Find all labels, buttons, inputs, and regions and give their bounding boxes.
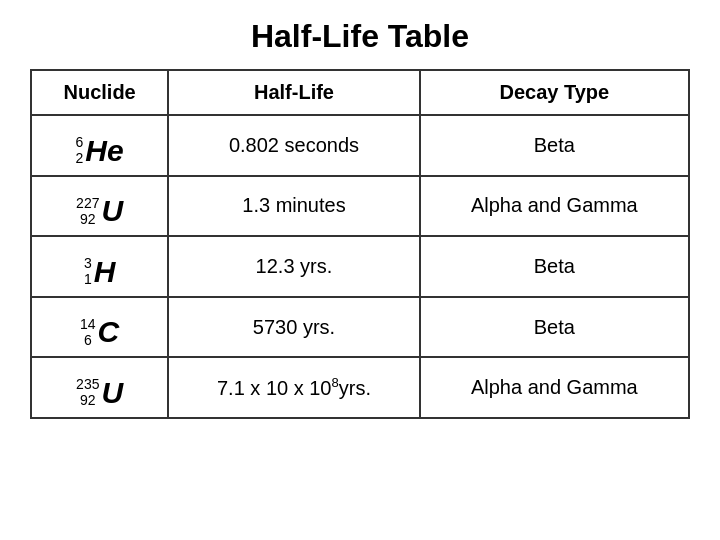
col-header-halflife: Half-Life [168, 70, 419, 115]
halflife-cell: 7.1 x 10 x 108yrs. [168, 357, 419, 418]
halflife-cell: 12.3 yrs. [168, 236, 419, 297]
nuclide-cell: 146C [31, 297, 168, 358]
decaytype-cell: Alpha and Gamma [420, 357, 689, 418]
table-row: 22792U1.3 minutesAlpha and Gamma [31, 176, 689, 237]
table-row: 62He0.802 secondsBeta [31, 115, 689, 176]
decaytype-cell: Alpha and Gamma [420, 176, 689, 237]
nuclide-cell: 31H [31, 236, 168, 297]
halflife-cell: 0.802 seconds [168, 115, 419, 176]
nuclide-cell: 62He [31, 115, 168, 176]
halflife-cell: 5730 yrs. [168, 297, 419, 358]
table-row: 146C5730 yrs.Beta [31, 297, 689, 358]
decaytype-cell: Beta [420, 115, 689, 176]
col-header-decaytype: Decay Type [420, 70, 689, 115]
nuclide-cell: 22792U [31, 176, 168, 237]
decaytype-cell: Beta [420, 236, 689, 297]
table-row: 31H12.3 yrs.Beta [31, 236, 689, 297]
halflife-cell: 1.3 minutes [168, 176, 419, 237]
half-life-table: Nuclide Half-Life Decay Type 62He0.802 s… [30, 69, 690, 419]
page-title: Half-Life Table [251, 18, 469, 55]
decaytype-cell: Beta [420, 297, 689, 358]
col-header-nuclide: Nuclide [31, 70, 168, 115]
table-row: 23592U7.1 x 10 x 108yrs.Alpha and Gamma [31, 357, 689, 418]
nuclide-cell: 23592U [31, 357, 168, 418]
